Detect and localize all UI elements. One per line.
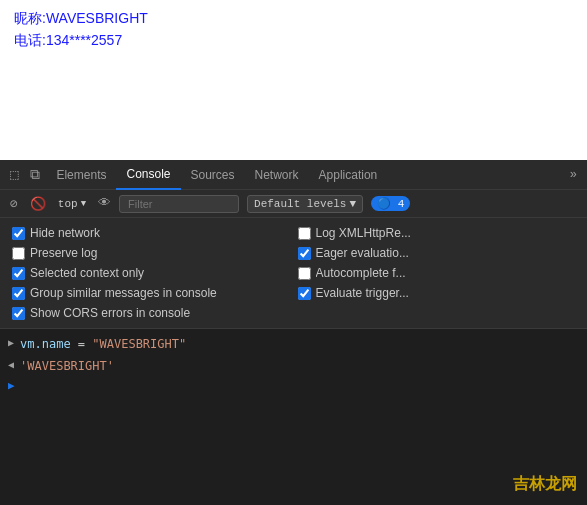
autocomplete-label: Autocomplete f...	[316, 266, 406, 280]
eager-eval-checkbox[interactable]	[298, 247, 311, 260]
option-hide-network: Hide network	[8, 224, 294, 242]
console-line-2: ◀ 'WAVESBRIGHT'	[0, 355, 587, 377]
console-toolbar: ⊘ 🚫 top ▼ 👁 Default levels ▼ 🔵 4	[0, 190, 587, 218]
option-log-xml: Log XMLHttpRe...	[294, 224, 580, 242]
nickname-line: 昵称:WAVESBRIGHT	[14, 10, 573, 28]
tab-console[interactable]: Console	[116, 160, 180, 190]
tab-application[interactable]: Application	[309, 160, 388, 190]
devtools-tab-bar: ⬚ ⧉ Elements Console Sources Network App…	[0, 160, 587, 190]
phone-label: 电话:	[14, 32, 46, 48]
nickname-value: WAVESBRIGHT	[46, 10, 148, 26]
nickname-label: 昵称:	[14, 10, 46, 26]
preserve-log-label: Preserve log	[30, 246, 97, 260]
levels-button[interactable]: Default levels ▼	[247, 195, 363, 213]
log-xml-label: Log XMLHttpRe...	[316, 226, 411, 240]
console-line-1: ▶ vm.name = "WAVESBRIGHT"	[0, 333, 587, 355]
option-preserve-log: Preserve log	[8, 244, 294, 262]
eval-trigger-label: Evaluate trigger...	[316, 286, 409, 300]
levels-label: Default levels	[254, 198, 346, 210]
tab-network[interactable]: Network	[245, 160, 309, 190]
autocomplete-checkbox[interactable]	[298, 267, 311, 280]
code-varname: vm.name	[20, 337, 71, 351]
show-cors-label: Show CORS errors in console	[30, 306, 190, 320]
option-autocomplete: Autocomplete f...	[294, 264, 580, 282]
console-options-panel: Hide network Log XMLHttpRe... Preserve l…	[0, 218, 587, 329]
error-count-badge: 🔵 4	[371, 196, 410, 211]
error-count: 🔵	[377, 198, 398, 210]
context-arrow-icon: ▼	[81, 199, 86, 209]
selected-context-label: Selected context only	[30, 266, 144, 280]
levels-arrow-icon: ▼	[349, 198, 356, 210]
option-selected-context: Selected context only	[8, 264, 294, 282]
option-eager-eval: Eager evaluatio...	[294, 244, 580, 262]
option-eval-trigger: Evaluate trigger...	[294, 284, 580, 302]
context-label: top	[58, 198, 78, 210]
phone-line: 电话:134****2557	[14, 32, 573, 50]
code-operator: =	[78, 337, 92, 351]
output-arrow-icon: ▶	[8, 335, 14, 353]
log-xml-checkbox[interactable]	[298, 227, 311, 240]
eye-icon[interactable]: 👁	[94, 194, 115, 213]
tab-elements[interactable]: Elements	[46, 160, 116, 190]
phone-value: 134****2557	[46, 32, 122, 48]
code-expression: vm.name = "WAVESBRIGHT"	[20, 335, 186, 353]
group-similar-checkbox[interactable]	[12, 287, 25, 300]
prompt-arrow-icon: ▶	[8, 379, 15, 392]
code-string-value: "WAVESBRIGHT"	[92, 337, 186, 351]
option-show-cors: Show CORS errors in console	[8, 304, 294, 322]
device-toolbar-icon[interactable]: ⧉	[24, 163, 46, 187]
group-similar-label: Group similar messages in console	[30, 286, 217, 300]
hide-network-label: Hide network	[30, 226, 100, 240]
show-cors-checkbox[interactable]	[12, 307, 25, 320]
devtools-panel: ⬚ ⧉ Elements Console Sources Network App…	[0, 160, 587, 505]
clear-console-icon[interactable]: ⊘	[6, 194, 22, 214]
block-icon[interactable]: 🚫	[26, 194, 50, 214]
hide-network-checkbox[interactable]	[12, 227, 25, 240]
code-result: 'WAVESBRIGHT'	[20, 357, 114, 375]
result-arrow-icon: ◀	[8, 357, 14, 375]
page-content: 昵称:WAVESBRIGHT 电话:134****2557	[0, 0, 587, 160]
inspect-element-icon[interactable]: ⬚	[4, 162, 24, 187]
console-prompt[interactable]: ▶	[0, 377, 587, 394]
eval-trigger-checkbox[interactable]	[298, 287, 311, 300]
preserve-log-checkbox[interactable]	[12, 247, 25, 260]
selected-context-checkbox[interactable]	[12, 267, 25, 280]
context-selector[interactable]: top ▼	[54, 196, 90, 212]
filter-input[interactable]	[119, 195, 239, 213]
option-group-similar: Group similar messages in console	[8, 284, 294, 302]
console-output-area[interactable]: ▶ vm.name = "WAVESBRIGHT" ◀ 'WAVESBRIGHT…	[0, 329, 587, 505]
watermark: 吉林龙网	[513, 474, 577, 495]
more-tabs-icon[interactable]: »	[564, 164, 583, 186]
tab-sources[interactable]: Sources	[181, 160, 245, 190]
eager-eval-label: Eager evaluatio...	[316, 246, 409, 260]
